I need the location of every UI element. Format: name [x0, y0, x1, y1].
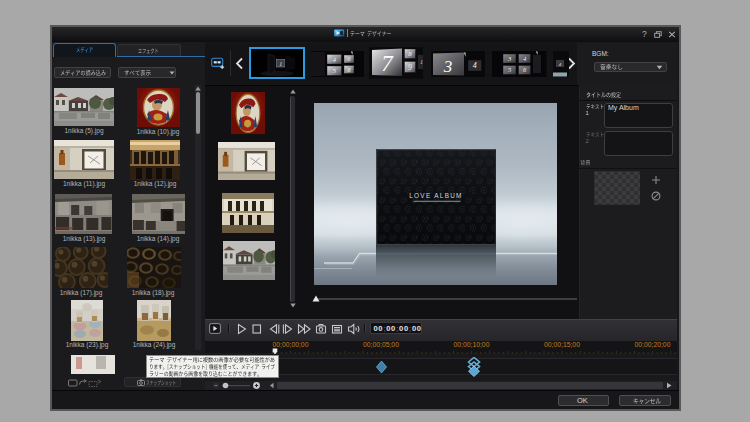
svg-text:8: 8 [347, 66, 350, 72]
svg-text:8: 8 [408, 50, 412, 58]
svg-text:9: 9 [408, 63, 412, 72]
svg-text:6: 6 [347, 56, 350, 62]
svg-text:1: 1 [279, 61, 282, 67]
svg-text:4: 4 [332, 55, 336, 63]
svg-text:LOVE ALBUM: LOVE ALBUM [409, 192, 463, 199]
svg-text:5: 5 [332, 67, 336, 75]
svg-text:1: 1 [420, 59, 423, 65]
svg-text:4: 4 [472, 61, 476, 70]
svg-text:3: 3 [442, 56, 452, 75]
svg-text:7: 7 [381, 51, 394, 76]
